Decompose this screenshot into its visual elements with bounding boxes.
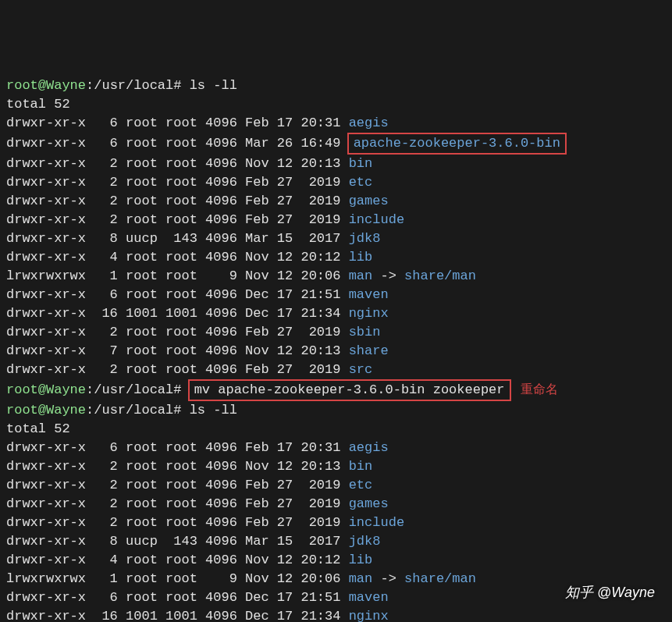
shell-prompt: root@Wayne	[6, 382, 86, 397]
directory-name: include	[349, 212, 404, 227]
shell-prompt: root@Wayne	[6, 78, 86, 93]
file-attrs: drwxr-xr-x 6 root root 4096 Feb 17 20:31	[6, 440, 349, 455]
file-attrs: drwxr-xr-x 2 root root 4096 Feb 27 2019	[6, 194, 349, 208]
file-attrs: drwxr-xr-x 2 root root 4096 Feb 27 2019	[6, 496, 349, 511]
terminal-output[interactable]: root@Wayne:/usr/local# ls -lltotal 52drw…	[6, 76, 672, 622]
annotation-rename: 重命名	[521, 380, 558, 399]
file-attrs: drwxr-xr-x 4 root root 4096 Nov 12 20:12	[6, 250, 349, 265]
directory-name: maven	[349, 590, 389, 605]
directory-name: etc	[349, 478, 373, 492]
file-attrs: lrwxrwxrwx 1 root root 9 Nov 12 20:06	[6, 268, 349, 283]
directory-name: sbin	[349, 325, 381, 339]
directory-name: bin	[349, 459, 373, 474]
file-attrs: drwxr-xr-x 2 root root 4096 Feb 27 2019	[6, 212, 349, 227]
file-attrs: drwxr-xr-x 2 root root 4096 Nov 12 20:13	[6, 459, 349, 474]
directory-name: man	[349, 268, 373, 283]
symlink-arrow: ->	[380, 571, 396, 586]
file-attrs: drwxr-xr-x 2 root root 4096 Feb 27 2019	[6, 325, 349, 339]
directory-name-highlight: apache-zookeeper-3.6.0-bin	[347, 133, 567, 155]
file-attrs: drwxr-xr-x 7 root root 4096 Nov 12 20:13	[6, 343, 349, 358]
command-text: ls -ll	[181, 78, 236, 93]
file-attrs: drwxr-xr-x 8 uucp 143 4096 Mar 15 2017	[6, 534, 349, 549]
symlink-target: share/man	[404, 268, 476, 283]
file-attrs: drwxr-xr-x 2 root root 4096 Feb 27 2019	[6, 515, 349, 530]
directory-name: maven	[349, 287, 389, 302]
directory-name: include	[349, 515, 404, 530]
file-attrs: drwxr-xr-x 6 root root 4096 Dec 17 21:51	[6, 590, 349, 605]
symlink-arrow: ->	[380, 268, 396, 283]
directory-name: nginx	[349, 609, 389, 622]
directory-name: aegis	[349, 116, 389, 130]
directory-name: jdk8	[349, 534, 381, 549]
directory-name: nginx	[349, 306, 389, 321]
file-attrs: drwxr-xr-x 4 root root 4096 Nov 12 20:12	[6, 553, 349, 567]
directory-name: bin	[349, 156, 373, 171]
directory-name: jdk8	[349, 231, 381, 246]
total-line: total 52	[6, 421, 70, 436]
file-attrs: drwxr-xr-x 8 uucp 143 4096 Mar 15 2017	[6, 231, 349, 246]
file-attrs: drwxr-xr-x 16 1001 1001 4096 Dec 17 21:3…	[6, 609, 349, 622]
symlink-target: share/man	[404, 571, 476, 586]
file-attrs: drwxr-xr-x 2 root root 4096 Nov 12 20:13	[6, 156, 349, 171]
file-attrs: lrwxrwxrwx 1 root root 9 Nov 12 20:06	[6, 571, 349, 586]
file-attrs: drwxr-xr-x 6 root root 4096 Feb 17 20:31	[6, 116, 349, 130]
directory-name: lib	[349, 553, 373, 567]
total-line: total 52	[6, 97, 70, 112]
file-attrs: drwxr-xr-x 2 root root 4096 Feb 27 2019	[6, 362, 349, 377]
directory-name: aegis	[349, 440, 389, 455]
command-text: ls -ll	[181, 403, 236, 418]
directory-name: games	[349, 496, 389, 511]
file-attrs: drwxr-xr-x 6 root root 4096 Dec 17 21:51	[6, 287, 349, 302]
file-attrs: drwxr-xr-x 6 root root 4096 Mar 26 16:49	[6, 136, 349, 151]
shell-prompt: root@Wayne	[6, 403, 86, 418]
directory-name: games	[349, 194, 389, 208]
directory-name: etc	[349, 175, 373, 190]
directory-name: man	[349, 571, 373, 586]
file-attrs: drwxr-xr-x 2 root root 4096 Feb 27 2019	[6, 478, 349, 492]
directory-name: src	[349, 362, 373, 377]
directory-name: lib	[349, 250, 373, 265]
file-attrs: drwxr-xr-x 16 1001 1001 4096 Dec 17 21:3…	[6, 306, 349, 321]
command-highlight: mv apache-zookeeper-3.6.0-bin zookeeper	[188, 379, 511, 401]
file-attrs: drwxr-xr-x 2 root root 4096 Feb 27 2019	[6, 175, 349, 190]
directory-name: share	[349, 343, 389, 358]
